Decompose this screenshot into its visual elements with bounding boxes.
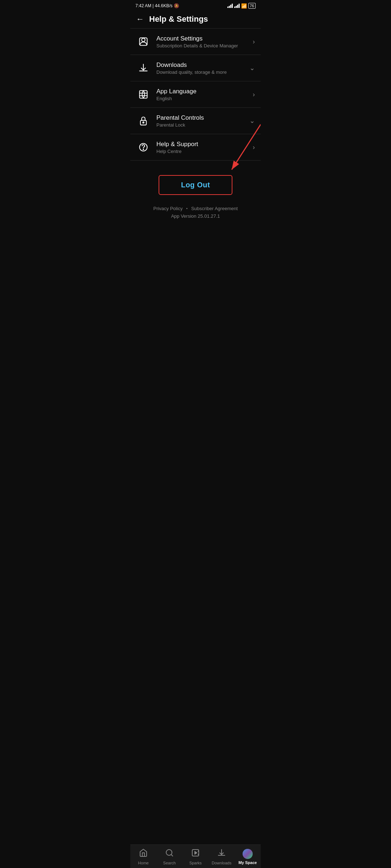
help-support-subtitle: Help Centre bbox=[156, 149, 247, 154]
downloads-settings-subtitle: Download quality, storage & more bbox=[156, 69, 244, 75]
footer-links: Privacy Policy • Subscriber Agreement bbox=[130, 206, 261, 211]
downloads-settings-title: Downloads bbox=[156, 61, 244, 69]
account-settings-item[interactable]: Account Settings Subscription Details & … bbox=[130, 29, 261, 55]
status-time: 7:42 AM bbox=[135, 3, 151, 8]
wifi-icon: 📶 bbox=[241, 3, 247, 9]
logout-button[interactable]: Log Out bbox=[159, 175, 232, 195]
page-header: ← Help & Settings bbox=[130, 10, 261, 28]
footer: Privacy Policy • Subscriber Agreement Ap… bbox=[130, 206, 261, 219]
app-version: App Version 25.01.27.1 bbox=[130, 213, 261, 219]
divider-5 bbox=[130, 160, 261, 161]
settings-list: Account Settings Subscription Details & … bbox=[130, 29, 261, 161]
help-support-chevron-right: › bbox=[253, 144, 255, 151]
mute-icon: 🔕 bbox=[174, 3, 179, 8]
status-time-speed: 7:42 AM | 44.6KB/s 🔕 bbox=[135, 3, 179, 8]
language-settings-subtitle: English bbox=[156, 96, 247, 101]
help-support-item[interactable]: Help & Support Help Centre › bbox=[130, 134, 261, 160]
svg-point-4 bbox=[143, 122, 144, 123]
language-settings-icon bbox=[136, 87, 151, 102]
downloads-settings-icon bbox=[136, 61, 151, 75]
logout-container: Log Out bbox=[130, 175, 261, 195]
parental-controls-subtitle: Parental Lock bbox=[156, 122, 244, 128]
account-settings-chevron-right: › bbox=[253, 38, 255, 46]
help-icon bbox=[138, 142, 148, 152]
download-icon bbox=[138, 63, 148, 73]
account-settings-icon bbox=[136, 34, 151, 49]
downloads-settings-chevron-down: ⌄ bbox=[249, 64, 255, 72]
nav-spacer bbox=[130, 269, 261, 298]
parental-controls-chevron-down: ⌄ bbox=[249, 117, 255, 125]
language-settings-item[interactable]: App Language English › bbox=[130, 81, 261, 107]
page-title: Help & Settings bbox=[149, 14, 208, 24]
account-settings-text: Account Settings Subscription Details & … bbox=[156, 35, 247, 48]
language-settings-chevron-right: › bbox=[253, 91, 255, 98]
parental-controls-title: Parental Controls bbox=[156, 114, 244, 122]
language-settings-text: App Language English bbox=[156, 88, 247, 101]
language-settings-title: App Language bbox=[156, 88, 247, 95]
back-button[interactable]: ← bbox=[136, 14, 144, 24]
subscriber-agreement-link[interactable]: Subscriber Agreement bbox=[191, 206, 238, 211]
account-settings-subtitle: Subscription Details & Device Manager bbox=[156, 43, 247, 48]
status-speed: 44.6KB/s bbox=[155, 3, 173, 8]
help-support-icon bbox=[136, 140, 151, 154]
parental-controls-item[interactable]: Parental Controls Parental Lock ⌄ bbox=[130, 108, 261, 134]
parental-controls-text: Parental Controls Parental Lock bbox=[156, 114, 244, 128]
account-icon bbox=[138, 37, 148, 47]
footer-separator: • bbox=[186, 207, 188, 210]
logout-section: Log Out bbox=[130, 175, 261, 195]
language-icon bbox=[138, 89, 148, 99]
help-support-text: Help & Support Help Centre bbox=[156, 141, 247, 154]
status-bar: 7:42 AM | 44.6KB/s 🔕 📶 76 bbox=[130, 0, 261, 10]
privacy-policy-link[interactable]: Privacy Policy bbox=[153, 206, 182, 211]
downloads-settings-item[interactable]: Downloads Download quality, storage & mo… bbox=[130, 55, 261, 81]
downloads-settings-text: Downloads Download quality, storage & mo… bbox=[156, 61, 244, 75]
parental-controls-icon bbox=[136, 114, 151, 128]
svg-rect-2 bbox=[140, 91, 147, 98]
status-right: 📶 76 bbox=[227, 3, 256, 9]
battery-indicator: 76 bbox=[248, 3, 256, 9]
svg-point-0 bbox=[142, 38, 145, 42]
help-support-title: Help & Support bbox=[156, 141, 247, 148]
signal-bars-2 bbox=[234, 4, 240, 8]
account-settings-title: Account Settings bbox=[156, 35, 247, 42]
lock-icon bbox=[138, 116, 148, 126]
signal-bars bbox=[227, 4, 233, 8]
svg-point-6 bbox=[143, 149, 144, 150]
